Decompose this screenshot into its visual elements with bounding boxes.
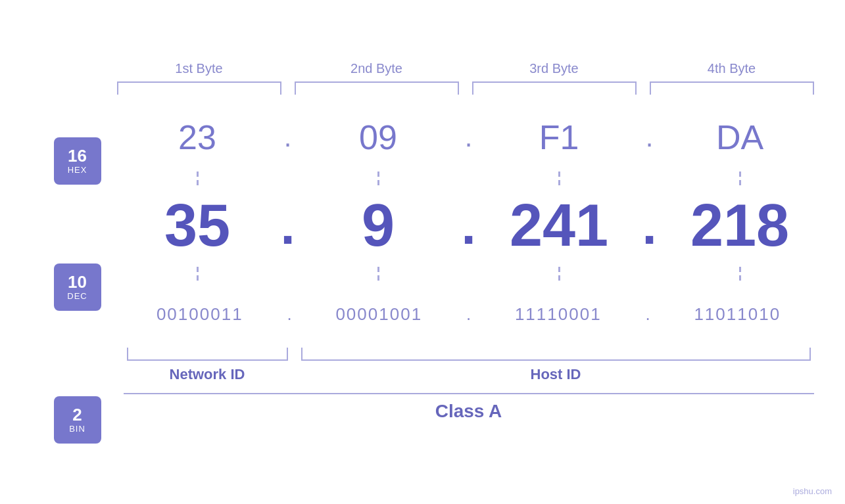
host-id-line [301, 348, 811, 361]
bin-dot-3: . [638, 304, 658, 325]
hex-dot-1: . [275, 122, 301, 153]
dec-byte-2-col: 9 [301, 192, 456, 260]
bin-byte-1: 00100011 [151, 304, 249, 325]
watermark: ipshu.com [793, 486, 832, 496]
hex-row: 23 . 09 . F1 . DA [120, 108, 817, 167]
sep-col-1-1 [120, 172, 275, 185]
top-bracket-4 [650, 81, 814, 95]
hex-badge-label: HEX [68, 165, 87, 175]
bin-badge-label: BIN [69, 424, 85, 434]
dec-byte-1-col: 35 [120, 192, 275, 260]
bar-1 [197, 172, 199, 177]
sep-col-1-2 [301, 172, 456, 185]
bin-byte-1-col: 00100011 [120, 304, 280, 325]
dec-badge-label: DEC [67, 291, 87, 301]
top-bracket-2 [295, 81, 459, 95]
dec-byte-4-col: 218 [663, 192, 817, 260]
sep-col-2-4 [663, 267, 817, 281]
sep-row-2 [120, 262, 817, 285]
sep-row-1 [120, 167, 817, 190]
main-container: 1st Byte 2nd Byte 3rd Byte 4th Byte 16 H… [0, 0, 845, 504]
bar-10 [197, 275, 199, 281]
byte-labels-row: 1st Byte 2nd Byte 3rd Byte 4th Byte [110, 61, 821, 76]
byte-label-4: 4th Byte [643, 61, 821, 76]
class-row: Class A [120, 393, 817, 422]
hex-dot-2: . [456, 122, 482, 153]
bin-byte-4: 11011010 [688, 304, 786, 325]
host-id-bracket: Host ID [295, 348, 817, 383]
host-id-label: Host ID [531, 366, 581, 383]
hex-byte-2-col: 09 [301, 118, 456, 157]
bar-9 [197, 267, 199, 272]
hex-byte-3: F1 [510, 118, 608, 157]
double-bar-1 [197, 172, 199, 185]
bar-2 [197, 180, 199, 185]
bar-5 [558, 172, 560, 177]
class-line [124, 393, 814, 394]
bar-3 [377, 172, 379, 177]
bar-15 [739, 267, 741, 272]
hex-byte-4: DA [690, 118, 789, 157]
double-bar-3 [558, 172, 560, 185]
dec-byte-3: 241 [510, 192, 608, 260]
sep-col-1-4 [663, 172, 817, 185]
double-bar-7 [558, 267, 560, 281]
network-id-line [127, 348, 288, 361]
dec-badge-number: 10 [68, 273, 87, 292]
bar-14 [558, 275, 560, 281]
bar-8 [739, 180, 741, 185]
content-wrapper: 16 HEX 10 DEC 2 BIN 23 . [28, 108, 817, 444]
bin-badge: 2 BIN [54, 396, 101, 444]
double-bar-8 [739, 267, 741, 281]
bin-byte-3: 11110001 [509, 304, 608, 325]
bar-13 [558, 267, 560, 272]
badge-column: 16 HEX 10 DEC 2 BIN [35, 108, 120, 444]
bar-16 [739, 275, 741, 281]
dec-row: 35 . 9 . 241 . 218 [120, 190, 817, 262]
bin-byte-4-col: 11011010 [658, 304, 817, 325]
hex-badge-number: 16 [68, 147, 87, 166]
double-bar-5 [197, 267, 199, 281]
hex-byte-3-col: F1 [482, 118, 637, 157]
hex-badge: 16 HEX [54, 137, 101, 185]
double-bar-6 [377, 267, 379, 281]
bin-byte-2-col: 00001001 [299, 304, 459, 325]
byte-label-2: 2nd Byte [288, 61, 466, 76]
sep-col-2-2 [301, 267, 456, 281]
dec-byte-2: 9 [329, 192, 427, 260]
byte-label-3: 3rd Byte [466, 61, 643, 76]
bin-badge-number: 2 [72, 405, 82, 424]
dec-byte-1: 35 [148, 192, 247, 260]
dec-dot-3: . [637, 196, 663, 256]
byte-label-1: 1st Byte [110, 61, 288, 76]
dec-dot-1: . [275, 196, 301, 256]
bar-7 [739, 172, 741, 177]
sep-col-2-3 [482, 267, 637, 281]
bin-row: 00100011 . 00001001 . 11110001 . 1101101… [120, 285, 817, 344]
dec-byte-4: 218 [690, 192, 789, 260]
top-bracket-3 [472, 81, 637, 95]
hex-byte-2: 09 [329, 118, 427, 157]
bin-dot-1: . [279, 304, 299, 325]
dec-dot-2: . [456, 196, 482, 256]
double-bar-2 [377, 172, 379, 185]
class-label: Class A [435, 401, 502, 422]
bar-4 [377, 180, 379, 185]
double-bar-4 [739, 172, 741, 185]
bar-12 [377, 275, 379, 281]
sep-col-2-1 [120, 267, 275, 281]
bin-byte-2: 00001001 [329, 304, 428, 325]
dec-byte-3-col: 241 [482, 192, 637, 260]
hex-byte-4-col: DA [663, 118, 817, 157]
bar-11 [377, 267, 379, 272]
sep-col-1-3 [482, 172, 637, 185]
dec-badge: 10 DEC [54, 263, 101, 311]
bin-byte-3-col: 11110001 [479, 304, 639, 325]
bar-6 [558, 180, 560, 185]
top-brackets-row [110, 81, 821, 95]
bottom-brackets-area: Network ID Host ID [120, 348, 817, 383]
network-id-label: Network ID [170, 366, 245, 383]
hex-byte-1-col: 23 [120, 118, 275, 157]
values-area: 23 . 09 . F1 . DA [120, 108, 817, 444]
top-bracket-1 [117, 81, 281, 95]
